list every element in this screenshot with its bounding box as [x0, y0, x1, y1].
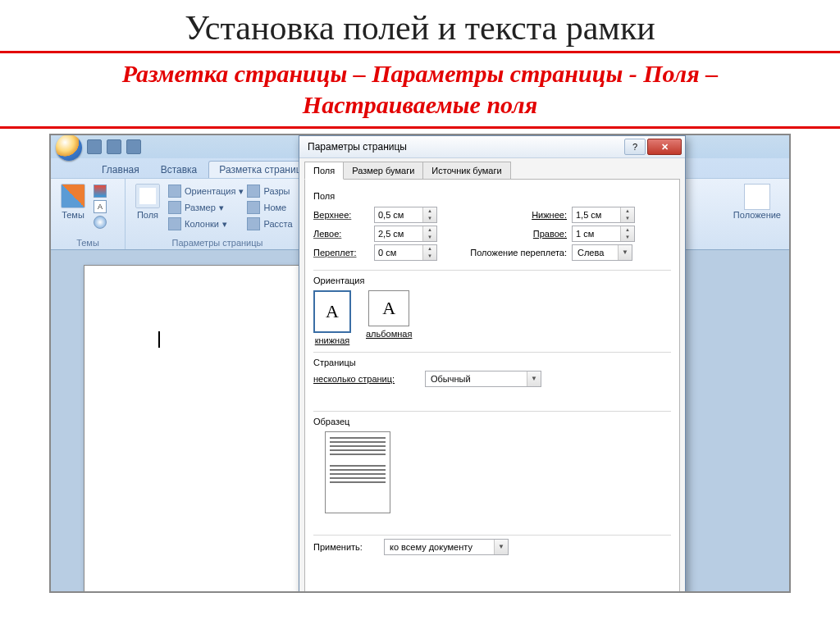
slide-title: Установка полей и текста рамки: [0, 0, 840, 51]
colors-icon[interactable]: [94, 185, 107, 198]
combo-gutter-pos[interactable]: Слева ▼: [572, 244, 632, 261]
position-icon: [744, 184, 770, 210]
columns-label: Колонки: [185, 219, 219, 229]
label-right: Правое:: [460, 229, 567, 239]
margins-label: Поля: [137, 210, 158, 220]
dialog-titlebar[interactable]: Параметры страницы ? ✕: [299, 136, 685, 158]
section-preview: Образец: [313, 417, 671, 426]
orientation-icon: [168, 185, 181, 198]
office-button-icon[interactable]: [56, 134, 82, 161]
spinner-arrows-icon[interactable]: ▲▼: [620, 207, 634, 222]
dialog-tabs: Поля Размер бумаги Источник бумаги: [299, 158, 685, 180]
word-window: Главная Вставка Разметка страниц Темы A: [49, 134, 791, 593]
label-bottom: Нижнее:: [460, 210, 567, 220]
combo-gutter-pos-value: Слева: [573, 246, 618, 259]
redo-icon[interactable]: [126, 139, 141, 154]
hyphen-label: Расста: [263, 219, 292, 229]
input-gutter-field[interactable]: [375, 246, 422, 259]
orientation-label: Ориентация: [185, 186, 235, 196]
input-top-field[interactable]: [375, 208, 422, 221]
chevron-down-icon[interactable]: ▼: [494, 540, 508, 554]
margins-icon: [135, 184, 160, 208]
breaks-icon: [247, 185, 260, 198]
group-page-setup-label: Параметры страницы: [130, 236, 304, 248]
tab-home[interactable]: Главная: [92, 162, 149, 178]
orientation-portrait[interactable]: A книжная: [313, 290, 351, 345]
input-left[interactable]: ▲▼: [374, 226, 437, 242]
input-left-field[interactable]: [375, 227, 422, 240]
position-label: Положение: [733, 210, 781, 220]
combo-multi-pages-value: Обычный: [426, 372, 527, 385]
size-icon: [168, 201, 181, 214]
label-apply-to: Применить:: [313, 542, 379, 552]
close-button[interactable]: ✕: [647, 139, 682, 155]
hyphenation-icon: [247, 217, 260, 230]
tab-page-layout[interactable]: Разметка страниц: [208, 161, 312, 178]
input-right-field[interactable]: [573, 227, 620, 240]
group-page-setup: Поля Ориентация ▾ Размер ▾ Колонки ▾ Раз…: [126, 179, 310, 249]
size-label: Размер: [185, 203, 216, 212]
section-pages: Страницы: [313, 358, 671, 367]
hyphenation-button[interactable]: Расста: [247, 217, 292, 231]
combo-apply-to[interactable]: ко всему документу ▼: [384, 539, 509, 555]
label-gutter: Переплет:: [313, 248, 369, 258]
spinner-arrows-icon[interactable]: ▲▼: [620, 226, 634, 241]
spinner-arrows-icon[interactable]: ▲▼: [422, 207, 436, 222]
tab-paper-source[interactable]: Источник бумаги: [422, 162, 510, 180]
themes-icon: [61, 184, 85, 208]
label-left: Левое:: [313, 229, 369, 239]
save-icon[interactable]: [87, 139, 102, 154]
text-cursor: [158, 331, 160, 348]
line-numbers-button[interactable]: Номе: [247, 200, 292, 215]
themes-label: Темы: [62, 210, 84, 220]
input-bottom[interactable]: ▲▼: [572, 207, 635, 223]
effects-icon[interactable]: [94, 216, 107, 229]
chevron-down-icon[interactable]: ▼: [527, 371, 541, 386]
input-right[interactable]: ▲▼: [572, 226, 635, 242]
group-themes: Темы A Темы: [51, 179, 126, 249]
line-numbers-label: Номе: [263, 203, 286, 212]
input-top[interactable]: ▲▼: [374, 207, 437, 223]
tab-paper-size[interactable]: Размер бумаги: [343, 162, 423, 180]
breaks-button[interactable]: Разры: [247, 184, 292, 198]
landscape-label: альбомная: [366, 329, 412, 339]
dialog-body: Поля Верхнее: ▲▼ Левое: ▲▼: [304, 179, 680, 593]
undo-icon[interactable]: [107, 139, 121, 154]
line-numbers-icon: [247, 201, 260, 214]
landscape-icon: A: [368, 290, 409, 326]
size-button[interactable]: Размер ▾: [168, 200, 244, 215]
portrait-icon: A: [313, 290, 351, 333]
themes-button[interactable]: Темы: [56, 182, 90, 229]
section-fields: Поля: [313, 191, 671, 201]
group-themes-label: Темы: [56, 236, 120, 248]
chevron-down-icon[interactable]: ▼: [618, 245, 632, 260]
tab-insert[interactable]: Вставка: [151, 162, 208, 178]
spinner-arrows-icon[interactable]: ▲▼: [422, 226, 436, 241]
columns-button[interactable]: Колонки ▾: [168, 217, 244, 231]
columns-icon: [168, 217, 181, 230]
tab-margins[interactable]: Поля: [304, 162, 344, 180]
orientation-button[interactable]: Ориентация ▾: [168, 184, 244, 198]
preview-icon: [325, 431, 390, 513]
dialog-title: Параметры страницы: [308, 141, 407, 153]
input-gutter[interactable]: ▲▼: [374, 244, 437, 261]
section-orientation: Ориентация: [313, 276, 671, 285]
margins-button[interactable]: Поля: [130, 182, 165, 231]
label-top: Верхнее:: [313, 210, 369, 220]
breadcrumb: Разметка страницы – Параметры страницы -…: [0, 53, 840, 126]
fonts-icon[interactable]: A: [94, 200, 107, 213]
position-button[interactable]: Положение: [725, 179, 789, 249]
label-multi-pages: несколько страниц:: [313, 374, 420, 384]
label-gutter-pos: Положение переплета:: [460, 248, 567, 258]
breaks-label: Разры: [263, 186, 290, 196]
orientation-landscape[interactable]: A альбомная: [366, 290, 412, 345]
divider: [0, 126, 840, 129]
input-bottom-field[interactable]: [573, 208, 620, 221]
page-setup-dialog: Параметры страницы ? ✕ Поля Размер бумаг…: [299, 135, 686, 593]
spinner-arrows-icon[interactable]: ▲▼: [422, 245, 436, 260]
combo-multi-pages[interactable]: Обычный ▼: [425, 371, 541, 387]
help-button[interactable]: ?: [624, 139, 646, 155]
portrait-label: книжная: [315, 335, 350, 345]
combo-apply-to-value: ко всему документу: [385, 540, 494, 554]
